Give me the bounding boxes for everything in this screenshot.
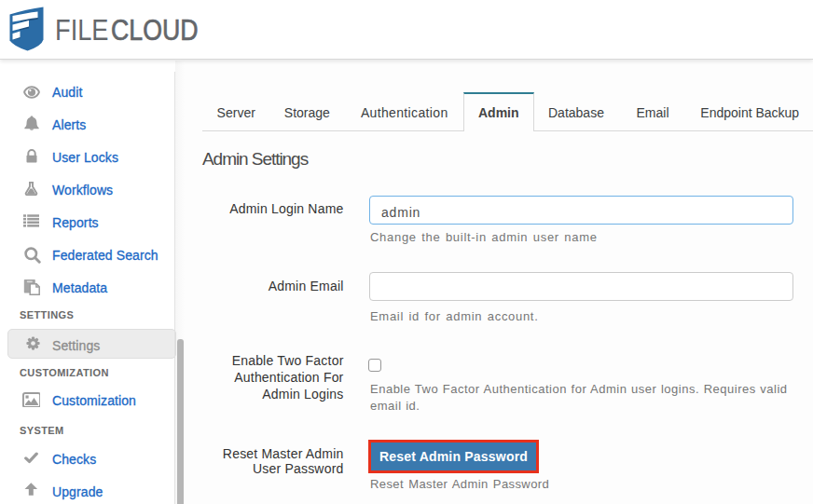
svg-text:CLOUD: CLOUD	[111, 14, 199, 47]
svg-text:FILE: FILE	[55, 14, 109, 47]
